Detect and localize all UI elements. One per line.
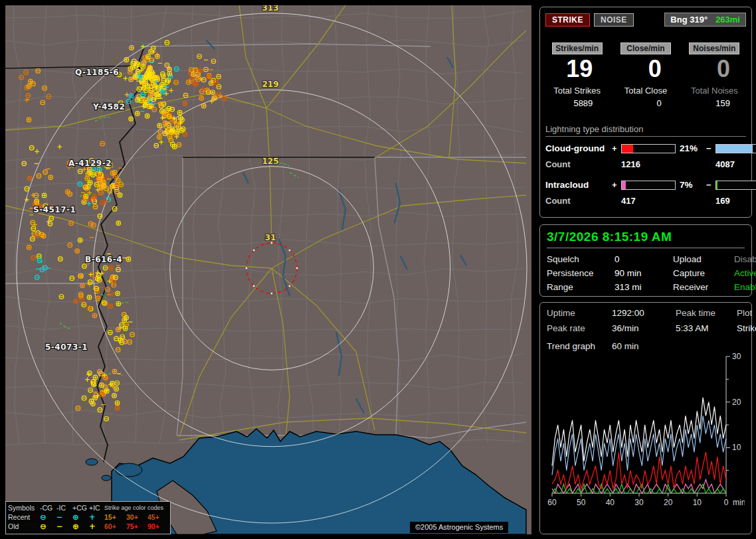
pos-cg-old-icon: ⊕ xyxy=(72,522,89,531)
storm-cell-label: Y-4582 xyxy=(92,102,125,112)
legend-row-old-label: Old xyxy=(8,522,40,531)
trend-panel: Uptime 1292:00 Peak time Plot Peak rate … xyxy=(539,302,752,534)
trend-series-red xyxy=(552,452,726,489)
pos-cg-recent-icon: ⊕ xyxy=(72,512,89,522)
ic-positive-bar xyxy=(621,181,676,190)
legend-col-pos-ic: +IC xyxy=(89,503,104,512)
noises-per-min-value: 0 xyxy=(683,56,746,82)
receiver-status: Enabled xyxy=(734,282,756,292)
cg-negative-count: 4087 xyxy=(715,159,756,169)
svg-text:10: 10 xyxy=(693,498,702,507)
close-per-min-header[interactable]: Close/min xyxy=(620,42,671,54)
neg-ic-old-icon: − xyxy=(56,522,72,531)
trend-graph: 6050403020100min102030 xyxy=(547,352,745,513)
count-label: Count xyxy=(545,159,612,169)
noise-button[interactable]: NOISE xyxy=(594,13,634,27)
svg-text:0: 0 xyxy=(724,498,729,507)
trend-series-pink xyxy=(552,479,726,493)
cg-positive-pct: 21% xyxy=(676,143,706,153)
trend-series-white xyxy=(552,398,726,466)
legend-symbols-header: Symbols xyxy=(8,503,40,512)
cloud-ground-count-row: Count 1216 4087 xyxy=(545,159,746,169)
squelch-label: Squelch xyxy=(547,254,614,264)
plus-sign: + xyxy=(612,143,621,153)
capture-status: Active xyxy=(734,268,756,278)
svg-text:60: 60 xyxy=(547,498,557,507)
legend-age-header: Strike age color codes xyxy=(104,503,168,512)
app-window: 31321912531Q-1185-6Y-4582A-4129-2S-4517-… xyxy=(0,0,756,539)
uptime-value: 1292:00 xyxy=(612,308,676,318)
total-strikes-value: 5889 xyxy=(545,98,609,108)
cg-negative-bar xyxy=(715,144,756,153)
cg-positive-bar xyxy=(621,144,676,153)
cloud-ground-label: Cloud-ground xyxy=(545,143,612,153)
close-per-min-value: 0 xyxy=(614,56,677,82)
lightning-map[interactable]: 31321912531Q-1185-6Y-4582A-4129-2S-4517-… xyxy=(5,5,531,534)
plot-mode-value: Strike xyxy=(737,323,756,333)
bearing-distance: 263mi xyxy=(715,15,740,25)
age-60-label: 60+ xyxy=(104,522,126,531)
ic-positive-count: 417 xyxy=(621,196,706,206)
map-canvas[interactable]: 31321912531Q-1185-6Y-4582A-4129-2S-4517-… xyxy=(5,5,531,534)
legend-col-pos-cg: +CG xyxy=(72,503,89,512)
pos-ic-old-icon: + xyxy=(89,522,104,531)
neg-cg-old-icon: ⊖ xyxy=(40,522,56,531)
total-noises-value: 159 xyxy=(683,98,746,108)
status-panel: 3/7/2026 8:15:19 AM Squelch 0 Upload Dis… xyxy=(539,224,752,297)
svg-text:40: 40 xyxy=(606,498,615,507)
cloud-ground-row: Cloud-ground + 21% − 69% xyxy=(545,143,746,153)
age-45-label: 45+ xyxy=(147,512,168,522)
peak-rate-label: Peak rate xyxy=(547,323,612,333)
storm-cell-label: B-616-4 xyxy=(85,255,122,264)
svg-text:20: 20 xyxy=(732,398,741,407)
legend-col-neg-cg: -CG xyxy=(40,503,56,512)
ic-negative-count: 169 xyxy=(715,196,756,206)
range-ring-label: 125 xyxy=(262,157,278,166)
neg-cg-recent-icon: ⊖ xyxy=(40,512,56,522)
bearing-readout: Bng 319° 263mi xyxy=(664,13,746,27)
age-90-label: 90+ xyxy=(147,522,168,531)
side-panel: STRIKE NOISE Bng 319° 263mi Strikes/min … xyxy=(539,0,753,539)
svg-text:30: 30 xyxy=(634,498,644,507)
ic-negative-bar xyxy=(715,181,756,190)
total-noises-label: Total Noises xyxy=(683,86,746,96)
storm-cell-label: A-4129-2 xyxy=(68,159,112,168)
svg-text:50: 50 xyxy=(577,498,586,507)
upload-status: Disabled xyxy=(734,254,756,264)
uptime-label: Uptime xyxy=(547,308,612,318)
map-legend: Symbols -CG -IC +CG +IC Strike age color… xyxy=(5,501,171,534)
range-ring-label: 313 xyxy=(262,5,278,13)
ic-positive-pct: 7% xyxy=(676,180,706,190)
range-label: Range xyxy=(547,282,614,292)
legend-row-recent-label: Recent xyxy=(8,512,40,522)
persistence-label: Persistence xyxy=(547,268,614,278)
receiver-label: Receiver xyxy=(673,282,734,292)
strike-button[interactable]: STRIKE xyxy=(545,13,590,27)
total-close-label: Total Close xyxy=(614,86,677,96)
age-30-label: 30+ xyxy=(126,512,147,522)
capture-label: Capture xyxy=(673,268,734,278)
total-close-value: 0 xyxy=(614,98,677,108)
pos-ic-recent-icon: + xyxy=(89,512,104,522)
neg-ic-recent-icon: − xyxy=(56,512,72,522)
plot-label: Plot xyxy=(737,308,756,318)
storm-cell-label: 5-4073-1 xyxy=(45,343,88,352)
bearing-label: Bng 319° xyxy=(670,15,708,25)
intracloud-count-row: Count 417 169 xyxy=(545,196,746,206)
storm-cell-label: Q-1185-6 xyxy=(75,68,119,77)
trend-axes xyxy=(552,356,730,497)
age-15-label: 15+ xyxy=(104,512,126,522)
alarm-ring-label: 31 xyxy=(265,233,276,242)
range-value: 313 mi xyxy=(614,282,673,292)
noises-per-min-header[interactable]: Noises/min xyxy=(689,42,739,54)
strikes-per-min-header[interactable]: Strikes/min xyxy=(552,42,603,54)
peak-rate-value: 36/min xyxy=(612,323,676,333)
cg-positive-count: 1216 xyxy=(621,159,706,169)
noises-per-min-column: Noises/min 0 Total Noises 159 xyxy=(683,42,746,108)
peak-time-value: 5:33 AM xyxy=(676,323,737,333)
total-strikes-label: Total Strikes xyxy=(545,86,609,96)
strikes-per-min-value: 19 xyxy=(545,56,609,82)
upload-label: Upload xyxy=(673,254,734,264)
datetime-display: 3/7/2026 8:15:19 AM xyxy=(547,230,745,248)
svg-text:10: 10 xyxy=(732,443,741,452)
